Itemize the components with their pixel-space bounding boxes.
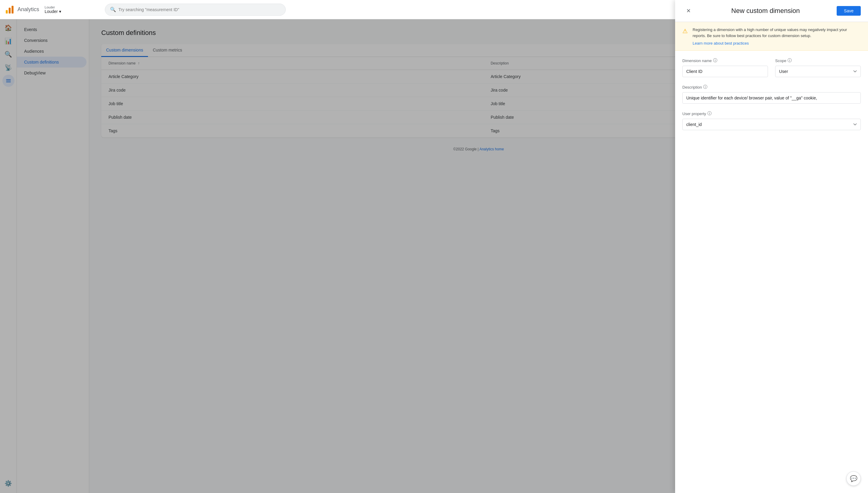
form-group-dimension-name: Dimension name ⓘ — [682, 58, 768, 77]
warning-link[interactable]: Learn more about best practices — [693, 41, 861, 45]
chevron-down-icon: ▾ — [59, 9, 61, 14]
scope-help-icon[interactable]: ⓘ — [787, 58, 792, 63]
dimension-name-input[interactable] — [682, 66, 768, 77]
description-input[interactable] — [682, 92, 861, 104]
account-area: Louder Louder ▾ — [45, 5, 61, 14]
account-parent: Louder — [45, 5, 61, 9]
description-help-icon[interactable]: ⓘ — [703, 84, 707, 90]
feedback-icon: 💬 — [850, 475, 858, 482]
ga-logo-icon — [5, 5, 15, 15]
account-selector[interactable]: Louder ▾ — [45, 9, 61, 14]
dimension-name-help-icon[interactable]: ⓘ — [713, 58, 717, 63]
scope-label: Scope ⓘ — [775, 58, 861, 63]
warning-content: Registering a dimension with a high numb… — [693, 27, 861, 45]
logo-area: Analytics Louder Louder ▾ — [5, 5, 95, 15]
warning-triangle-icon: ⚠ — [682, 27, 688, 35]
user-property-select-wrapper: client_id user_id — [682, 119, 861, 130]
warning-text: Registering a dimension with a high numb… — [693, 27, 861, 39]
svg-rect-0 — [6, 10, 7, 13]
search-icon: 🔍 — [110, 7, 116, 12]
form-group-user-property: User property ⓘ client_id user_id — [682, 111, 861, 130]
panel-body: ⚠ Registering a dimension with a high nu… — [675, 22, 868, 493]
search-bar[interactable]: 🔍 — [105, 4, 286, 16]
svg-rect-1 — [9, 7, 10, 13]
description-label: Description ⓘ — [682, 84, 861, 90]
warning-banner: ⚠ Registering a dimension with a high nu… — [675, 22, 868, 51]
close-icon: ✕ — [686, 7, 691, 14]
user-property-label: User property ⓘ — [682, 111, 861, 116]
feedback-button[interactable]: 💬 — [846, 471, 861, 486]
form-row-1: Dimension name ⓘ Scope ⓘ Event User — [682, 58, 861, 77]
side-panel: ✕ New custom dimension Save ⚠ Registerin… — [675, 0, 868, 493]
panel-header-actions: Save — [837, 6, 861, 16]
scope-select[interactable]: Event User Item — [775, 66, 861, 77]
search-input[interactable] — [118, 7, 281, 12]
svg-rect-2 — [12, 6, 13, 14]
scope-select-wrapper: Event User Item — [775, 66, 861, 77]
app-title: Analytics — [18, 6, 39, 13]
user-property-select[interactable]: client_id user_id — [682, 119, 861, 130]
user-property-help-icon[interactable]: ⓘ — [707, 111, 712, 116]
panel-header: ✕ New custom dimension Save — [675, 0, 868, 22]
close-button[interactable]: ✕ — [682, 5, 694, 17]
dimension-name-label: Dimension name ⓘ — [682, 58, 768, 63]
panel-form: Dimension name ⓘ Scope ⓘ Event User — [675, 51, 868, 137]
save-button[interactable]: Save — [837, 6, 861, 16]
form-group-description: Description ⓘ — [682, 84, 861, 104]
panel-title: New custom dimension — [731, 7, 800, 15]
form-group-scope: Scope ⓘ Event User Item — [775, 58, 861, 77]
